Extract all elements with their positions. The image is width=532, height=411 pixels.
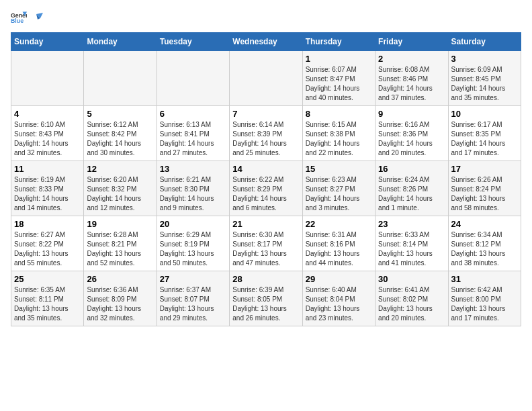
day-info: Sunrise: 6:36 AM Sunset: 8:09 PM Dayligh… [87, 285, 153, 323]
calendar-table: SundayMondayTuesdayWednesdayThursdayFrid… [11, 32, 521, 326]
calendar-cell [11, 51, 84, 106]
day-number: 12 [87, 164, 153, 174]
calendar-cell: 14Sunrise: 6:22 AM Sunset: 8:29 PM Dayli… [230, 161, 302, 216]
day-info: Sunrise: 6:16 AM Sunset: 8:36 PM Dayligh… [378, 120, 445, 158]
calendar-cell: 16Sunrise: 6:24 AM Sunset: 8:26 PM Dayli… [375, 161, 448, 216]
calendar-cell: 15Sunrise: 6:23 AM Sunset: 8:27 PM Dayli… [302, 161, 375, 216]
calendar-cell: 9Sunrise: 6:16 AM Sunset: 8:36 PM Daylig… [375, 106, 448, 161]
svg-text:Blue: Blue [11, 17, 24, 24]
day-number: 26 [87, 274, 153, 284]
header-sunday: Sunday [11, 33, 84, 51]
day-number: 16 [378, 164, 445, 174]
day-number: 7 [232, 109, 299, 119]
calendar-cell: 5Sunrise: 6:12 AM Sunset: 8:42 PM Daylig… [84, 106, 157, 161]
day-number: 23 [378, 219, 445, 229]
calendar-cell: 1Sunrise: 6:07 AM Sunset: 8:47 PM Daylig… [302, 51, 375, 106]
calendar-week-1: 1Sunrise: 6:07 AM Sunset: 8:47 PM Daylig… [11, 51, 521, 106]
day-info: Sunrise: 6:08 AM Sunset: 8:46 PM Dayligh… [378, 65, 445, 103]
day-info: Sunrise: 6:17 AM Sunset: 8:35 PM Dayligh… [451, 120, 518, 158]
calendar-cell: 7Sunrise: 6:14 AM Sunset: 8:39 PM Daylig… [230, 106, 302, 161]
day-number: 18 [14, 219, 81, 229]
calendar-week-5: 25Sunrise: 6:35 AM Sunset: 8:11 PM Dayli… [11, 271, 521, 326]
calendar-week-3: 11Sunrise: 6:19 AM Sunset: 8:33 PM Dayli… [11, 161, 521, 216]
calendar-cell: 26Sunrise: 6:36 AM Sunset: 8:09 PM Dayli… [84, 271, 157, 326]
day-info: Sunrise: 6:09 AM Sunset: 8:45 PM Dayligh… [451, 65, 518, 103]
header-saturday: Saturday [448, 33, 521, 51]
day-info: Sunrise: 6:20 AM Sunset: 8:32 PM Dayligh… [87, 175, 153, 213]
header-wednesday: Wednesday [230, 33, 302, 51]
day-number: 20 [160, 219, 226, 229]
calendar-cell: 25Sunrise: 6:35 AM Sunset: 8:11 PM Dayli… [11, 271, 84, 326]
calendar-cell: 28Sunrise: 6:39 AM Sunset: 8:05 PM Dayli… [230, 271, 302, 326]
day-number: 11 [14, 164, 81, 174]
day-number: 31 [451, 274, 518, 284]
calendar-cell: 8Sunrise: 6:15 AM Sunset: 8:38 PM Daylig… [302, 106, 375, 161]
calendar-cell: 12Sunrise: 6:20 AM Sunset: 8:32 PM Dayli… [84, 161, 157, 216]
day-info: Sunrise: 6:42 AM Sunset: 8:00 PM Dayligh… [451, 285, 518, 323]
day-info: Sunrise: 6:34 AM Sunset: 8:12 PM Dayligh… [451, 230, 518, 268]
header-thursday: Thursday [302, 33, 375, 51]
calendar-cell: 27Sunrise: 6:37 AM Sunset: 8:07 PM Dayli… [157, 271, 229, 326]
calendar-cell: 17Sunrise: 6:26 AM Sunset: 8:24 PM Dayli… [448, 161, 521, 216]
calendar-cell: 20Sunrise: 6:29 AM Sunset: 8:19 PM Dayli… [157, 216, 229, 271]
day-number: 6 [160, 109, 226, 119]
day-info: Sunrise: 6:35 AM Sunset: 8:11 PM Dayligh… [14, 285, 81, 323]
day-info: Sunrise: 6:40 AM Sunset: 8:04 PM Dayligh… [306, 285, 372, 323]
day-number: 30 [378, 274, 445, 284]
day-number: 19 [87, 219, 153, 229]
calendar-cell: 19Sunrise: 6:28 AM Sunset: 8:21 PM Dayli… [84, 216, 157, 271]
day-number: 13 [160, 164, 226, 174]
logo: General Blue [11, 11, 43, 24]
calendar-cell: 22Sunrise: 6:31 AM Sunset: 8:16 PM Dayli… [302, 216, 375, 271]
day-number: 27 [160, 274, 226, 284]
day-info: Sunrise: 6:37 AM Sunset: 8:07 PM Dayligh… [160, 285, 226, 323]
day-info: Sunrise: 6:12 AM Sunset: 8:42 PM Dayligh… [87, 120, 153, 158]
calendar-week-2: 4Sunrise: 6:10 AM Sunset: 8:43 PM Daylig… [11, 106, 521, 161]
calendar-cell: 31Sunrise: 6:42 AM Sunset: 8:00 PM Dayli… [448, 271, 521, 326]
calendar-header-row: SundayMondayTuesdayWednesdayThursdayFrid… [11, 33, 521, 51]
calendar-cell: 21Sunrise: 6:30 AM Sunset: 8:17 PM Dayli… [230, 216, 302, 271]
day-info: Sunrise: 6:27 AM Sunset: 8:22 PM Dayligh… [14, 230, 81, 268]
day-number: 17 [451, 164, 518, 174]
calendar-cell: 3Sunrise: 6:09 AM Sunset: 8:45 PM Daylig… [448, 51, 521, 106]
day-info: Sunrise: 6:13 AM Sunset: 8:41 PM Dayligh… [160, 120, 226, 158]
day-info: Sunrise: 6:24 AM Sunset: 8:26 PM Dayligh… [378, 175, 445, 213]
day-info: Sunrise: 6:10 AM Sunset: 8:43 PM Dayligh… [14, 120, 81, 158]
calendar-cell: 11Sunrise: 6:19 AM Sunset: 8:33 PM Dayli… [11, 161, 84, 216]
day-info: Sunrise: 6:28 AM Sunset: 8:21 PM Dayligh… [87, 230, 153, 268]
day-number: 2 [378, 54, 445, 64]
day-number: 15 [306, 164, 372, 174]
day-number: 28 [232, 274, 299, 284]
day-number: 21 [232, 219, 299, 229]
calendar-cell: 29Sunrise: 6:40 AM Sunset: 8:04 PM Dayli… [302, 271, 375, 326]
logo-icon: General Blue [11, 11, 27, 24]
calendar-cell: 30Sunrise: 6:41 AM Sunset: 8:02 PM Dayli… [375, 271, 448, 326]
calendar-cell: 10Sunrise: 6:17 AM Sunset: 8:35 PM Dayli… [448, 106, 521, 161]
day-number: 9 [378, 109, 445, 119]
calendar-cell: 23Sunrise: 6:33 AM Sunset: 8:14 PM Dayli… [375, 216, 448, 271]
day-info: Sunrise: 6:14 AM Sunset: 8:39 PM Dayligh… [232, 120, 299, 158]
day-info: Sunrise: 6:23 AM Sunset: 8:27 PM Dayligh… [306, 175, 372, 213]
logo-bird-icon [31, 13, 43, 22]
calendar-cell [84, 51, 157, 106]
day-number: 10 [451, 109, 518, 119]
day-info: Sunrise: 6:39 AM Sunset: 8:05 PM Dayligh… [232, 285, 299, 323]
day-number: 1 [306, 54, 372, 64]
day-info: Sunrise: 6:29 AM Sunset: 8:19 PM Dayligh… [160, 230, 226, 268]
calendar-cell: 13Sunrise: 6:21 AM Sunset: 8:30 PM Dayli… [157, 161, 229, 216]
day-number: 22 [306, 219, 372, 229]
day-number: 14 [232, 164, 299, 174]
header-friday: Friday [375, 33, 448, 51]
calendar-week-4: 18Sunrise: 6:27 AM Sunset: 8:22 PM Dayli… [11, 216, 521, 271]
day-number: 4 [14, 109, 81, 119]
day-info: Sunrise: 6:33 AM Sunset: 8:14 PM Dayligh… [378, 230, 445, 268]
calendar-cell: 4Sunrise: 6:10 AM Sunset: 8:43 PM Daylig… [11, 106, 84, 161]
day-info: Sunrise: 6:31 AM Sunset: 8:16 PM Dayligh… [306, 230, 372, 268]
header-monday: Monday [84, 33, 157, 51]
calendar-cell [157, 51, 229, 106]
day-number: 29 [306, 274, 372, 284]
day-info: Sunrise: 6:15 AM Sunset: 8:38 PM Dayligh… [306, 120, 372, 158]
calendar-cell: 2Sunrise: 6:08 AM Sunset: 8:46 PM Daylig… [375, 51, 448, 106]
day-info: Sunrise: 6:07 AM Sunset: 8:47 PM Dayligh… [306, 65, 372, 103]
calendar-cell [230, 51, 302, 106]
